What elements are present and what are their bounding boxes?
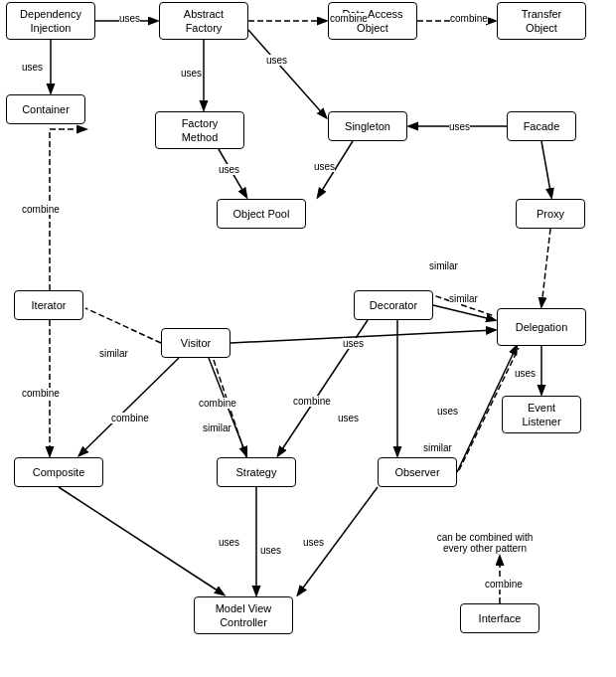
node-factory_method: FactoryMethod (155, 111, 244, 149)
label-similar-1: similar (429, 260, 458, 271)
node-interface: Interface (460, 603, 539, 633)
svg-line-12 (541, 229, 550, 306)
node-dep_injection: DependencyInjection (6, 2, 95, 40)
label-uses-14: uses (303, 537, 324, 548)
svg-line-15 (85, 308, 161, 343)
label-combine-7: combine (293, 396, 331, 407)
label-combine-2: combine (450, 13, 488, 24)
node-decorator: Decorator (354, 290, 433, 320)
label-uses-8: uses (343, 338, 364, 349)
svg-line-13 (433, 305, 495, 320)
node-iterator: Iterator (14, 290, 83, 320)
label-uses-10: uses (338, 413, 359, 423)
label-uses-13: uses (260, 545, 281, 556)
label-combine-5: combine (111, 413, 149, 423)
label-similar-4: similar (203, 423, 231, 433)
label-combine-note: can be combined with every other pattern (435, 532, 535, 554)
node-singleton: Singleton (328, 111, 407, 141)
label-uses-7: uses (314, 161, 335, 172)
label-combine-1: combine (330, 13, 368, 24)
node-proxy: Proxy (516, 199, 585, 229)
node-composite: Composite (14, 457, 103, 487)
node-transfer_object: TransferObject (497, 2, 586, 40)
node-event_listener: EventListener (502, 396, 581, 433)
svg-line-5 (248, 30, 326, 117)
node-delegation: Delegation (497, 308, 586, 346)
label-uses-6: uses (219, 164, 239, 175)
svg-line-7 (541, 141, 551, 197)
node-facade: Facade (507, 111, 576, 141)
label-uses-12: uses (219, 537, 239, 548)
svg-line-26 (59, 487, 224, 594)
label-uses-4: uses (266, 55, 287, 66)
label-combine-8: combine (485, 579, 523, 590)
node-object_pool: Object Pool (217, 199, 306, 229)
label-uses-3: uses (181, 68, 202, 79)
label-similar-5: similar (423, 442, 452, 453)
label-uses-9: uses (515, 368, 536, 379)
label-uses-1: uses (119, 13, 140, 24)
node-strategy: Strategy (217, 457, 296, 487)
label-uses-5: uses (449, 121, 470, 132)
node-observer: Observer (378, 457, 457, 487)
diagram: DependencyInjectionAbstractFactoryData A… (0, 0, 616, 677)
label-combine-4: combine (22, 388, 60, 399)
node-abstract_factory: AbstractFactory (159, 2, 248, 40)
svg-line-19 (79, 358, 179, 455)
node-mvc: Model ViewController (194, 596, 293, 634)
label-similar-2: similar (449, 293, 478, 304)
node-container: Container (6, 94, 85, 124)
label-combine-3: combine (22, 204, 60, 215)
node-visitor: Visitor (161, 328, 231, 358)
label-similar-3: similar (99, 348, 128, 359)
label-uses-11: uses (437, 406, 458, 417)
label-combine-6: combine (199, 398, 236, 409)
label-uses-2: uses (22, 62, 43, 73)
